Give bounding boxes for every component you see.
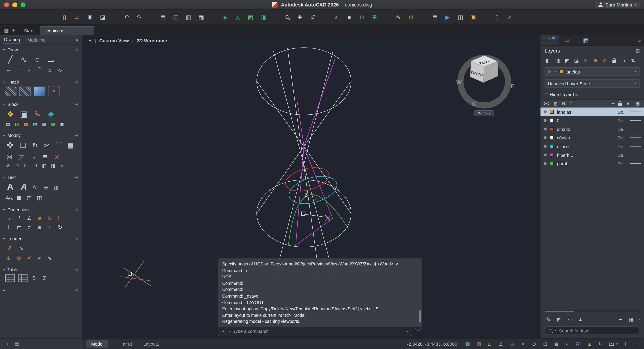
layer-status-dot[interactable] (544, 110, 547, 113)
insert-block-icon[interactable]: ◈ (222, 13, 229, 21)
horizontal-scrollbar[interactable] (544, 310, 640, 312)
find-replace-tool-icon[interactable]: A (5, 194, 12, 202)
rectangle-tool-icon[interactable]: ▭ (46, 54, 56, 65)
layer-lock-icon[interactable] (611, 57, 618, 64)
center-mark-tool-icon[interactable]: ⊕ (36, 223, 43, 231)
layer-row[interactable]: cónica De... (540, 133, 644, 142)
plot-icon[interactable]: ▤ (160, 13, 167, 21)
quick-leader-tool-icon[interactable]: ↘ (17, 243, 26, 252)
data-link-tool-icon[interactable]: Σ (41, 274, 48, 282)
spell-check-tool-icon[interactable]: A✓ (32, 183, 39, 191)
disclosure-triangle-icon[interactable]: ▾ (3, 134, 5, 137)
lock-column-icon[interactable] (618, 103, 622, 106)
dimension-break-tool-icon[interactable]: ≠ (26, 223, 33, 231)
text-style-tool-icon[interactable]: ▤ (42, 183, 50, 191)
share-command-icon[interactable]: ⇧ (415, 328, 422, 335)
columns-settings-icon[interactable]: ▦ (634, 100, 641, 107)
layer-color-swatch[interactable] (550, 153, 554, 157)
gradient-hatch-tool-icon[interactable] (19, 87, 31, 96)
table-tool-icon[interactable] (5, 274, 15, 282)
layer-on-icon[interactable]: ☀ (592, 57, 599, 64)
section-settings-icon[interactable]: ✳ (75, 133, 78, 138)
layer-state-dropdown[interactable]: Unsaved Layer State ▾ (544, 79, 640, 88)
view-manager-icon[interactable]: ▣ (469, 13, 477, 21)
visibility-column-icon[interactable] (544, 102, 549, 105)
layer-status-dot[interactable] (544, 128, 547, 130)
more-palettes-button[interactable]: » (635, 35, 644, 45)
scale-tool-icon[interactable]: ◸ (17, 152, 26, 161)
snap-mode-icon[interactable]: ▩ (476, 341, 482, 347)
viewcube[interactable]: W S E TOP FRONT WCS ▾ (448, 44, 520, 126)
layer-row[interactable]: janelas De... (540, 107, 644, 116)
chevron-down-icon[interactable]: ▾ (229, 330, 230, 333)
section-settings-icon[interactable]: ✳ (75, 80, 78, 84)
layer-status-dot[interactable] (544, 119, 547, 122)
new-layer-state-icon[interactable]: ◩ (555, 316, 562, 323)
redo-icon[interactable]: ↷ (136, 13, 143, 21)
tab-layout-a4rd[interactable]: a4rd (118, 340, 137, 348)
formula-tool-icon[interactable]: $ (30, 274, 38, 282)
section-settings-icon[interactable]: ✳ (75, 288, 78, 292)
mirror-tool-icon[interactable]: ⋈ (5, 152, 14, 161)
section-settings-icon[interactable]: ✳ (75, 237, 78, 241)
insert-field-icon[interactable]: ◨ (260, 13, 267, 21)
add-layout-button[interactable]: + (110, 341, 116, 347)
tab-conicas[interactable]: conicas* (40, 26, 94, 35)
layer-name[interactable]: hiperb... (557, 152, 614, 157)
sort-icon[interactable]: ⇅ (570, 101, 573, 105)
write-block-tool-icon[interactable]: ◈ (46, 109, 56, 119)
layer-row[interactable]: círculo De... (540, 125, 644, 133)
wcs-dropdown[interactable]: WCS ▾ (474, 110, 494, 116)
layer-color-swatch[interactable] (550, 127, 554, 131)
delete-leader-tool-icon[interactable]: ✕ (26, 254, 33, 261)
line-tool-icon[interactable]: ╱ (5, 54, 16, 65)
add-palette-icon[interactable]: + (6, 341, 9, 347)
copy-tool-icon[interactable]: ❏ (18, 141, 28, 150)
single-line-text-tool-icon[interactable]: A (18, 182, 29, 193)
convert-mtext-tool-icon[interactable]: ◫ (36, 194, 43, 202)
layer-name[interactable]: cónica (557, 135, 614, 140)
offset-tool-icon[interactable]: ≣ (41, 152, 50, 161)
chevron-down-icon[interactable]: ▾ (638, 318, 640, 321)
layer-name[interactable]: círculo (557, 127, 614, 132)
new-layer-icon[interactable]: ◧ (544, 57, 552, 64)
new-file-icon[interactable]: ▯ (61, 13, 68, 21)
layer-name[interactable]: parab... (557, 161, 614, 166)
tool-palettes-icon[interactable]: ▯ (493, 13, 501, 21)
orbit-icon[interactable]: ↺ (309, 13, 316, 21)
list-column-icon[interactable]: ≡ (625, 100, 631, 107)
save-as-icon[interactable]: ◪ (99, 13, 106, 21)
measure-icon[interactable]: ∡ (333, 13, 340, 21)
on-column-icon[interactable]: ☀ (611, 101, 615, 106)
page-setup-icon[interactable]: ▥ (185, 13, 192, 21)
layer-status-dot[interactable] (544, 162, 547, 165)
layer-row[interactable]: elipse De... (540, 142, 644, 151)
workspace-gear-icon[interactable]: ✳ (622, 341, 629, 347)
move-tool-icon[interactable]: ✜ (5, 140, 16, 151)
match-properties-tool-icon[interactable]: ◨ (50, 163, 56, 169)
save-icon[interactable]: ▣ (86, 13, 94, 21)
mtext-tool-icon[interactable]: A (5, 182, 16, 193)
align-leaders-tool-icon[interactable]: ⇗ (36, 254, 43, 261)
join-tool-icon[interactable]: ⊕ (14, 163, 20, 169)
disclosure-triangle-icon[interactable]: ▾ (3, 268, 5, 272)
ortho-mode-icon[interactable]: ∟ (486, 341, 493, 347)
tab-layout2[interactable]: Layout2 (138, 340, 164, 348)
diameter-dimension-tool-icon[interactable]: ⌀ (36, 214, 43, 222)
tab-drafting[interactable]: Drafting (3, 35, 21, 44)
sync-attribute-tool-icon[interactable]: ▦ (23, 121, 29, 127)
disclosure-triangle-icon[interactable]: ▸ (3, 288, 5, 292)
layer-previous-icon[interactable]: ⇅ (630, 57, 636, 64)
layer-settings-icon[interactable]: ✎ (544, 316, 552, 323)
name-column-header[interactable]: N... (562, 101, 569, 106)
layer-color-swatch[interactable] (550, 119, 554, 122)
undo-icon[interactable]: ↶ (123, 13, 130, 21)
viewport-visual-style-control[interactable]: 2D Wireframe (137, 38, 167, 43)
section-settings-icon[interactable]: ✳ (75, 207, 78, 212)
layer-match-icon[interactable]: ◑ (620, 57, 627, 64)
viewport-view-control[interactable]: Custom View (99, 38, 129, 43)
chevron-down-icon[interactable]: ▾ (407, 330, 408, 333)
palette-list-icon[interactable]: ≣ (14, 341, 19, 347)
baseline-dimension-tool-icon[interactable]: ⊥ (5, 223, 12, 231)
gradient-fill-tool-icon[interactable] (34, 87, 45, 96)
